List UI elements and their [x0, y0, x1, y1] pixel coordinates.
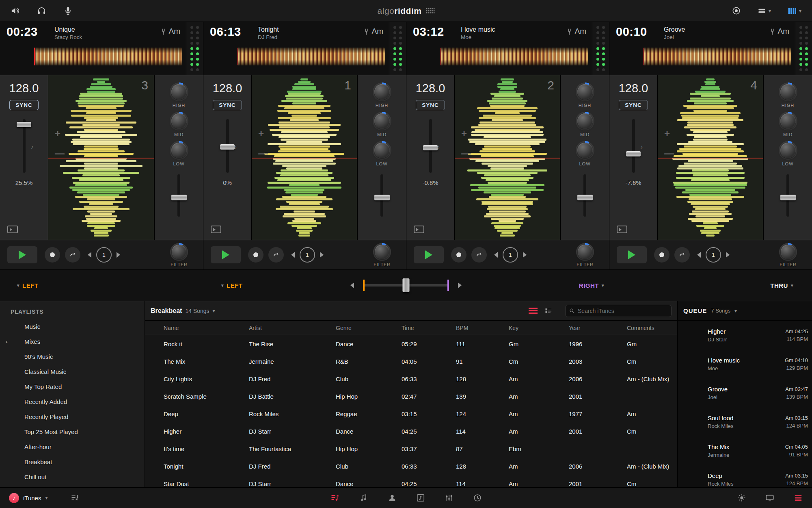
microphone-icon[interactable]	[63, 6, 73, 15]
queue-item[interactable]: ✓ Higher DJ Starr Am 04:25 114 BPM	[678, 321, 812, 350]
volume-fader-handle[interactable]	[780, 195, 796, 200]
loop-halve-button[interactable]	[88, 252, 91, 258]
load-track-icon[interactable]	[414, 226, 424, 233]
column-key[interactable]: Key	[509, 325, 569, 331]
sync-button[interactable]: SYNC	[416, 100, 445, 110]
loop-button[interactable]: 1	[300, 247, 315, 263]
deck-overview-waveform[interactable]	[644, 48, 791, 65]
loop-double-button[interactable]	[523, 252, 527, 258]
loop-double-button[interactable]	[320, 252, 324, 258]
automix-queue-icon[interactable]	[70, 494, 80, 502]
loop-halve-button[interactable]	[494, 252, 498, 258]
play-button[interactable]	[617, 246, 647, 263]
history-view-icon[interactable]	[473, 493, 482, 502]
filter-knob[interactable]	[373, 243, 391, 261]
search-box[interactable]	[565, 305, 672, 317]
headphones-icon[interactable]	[37, 6, 46, 15]
sidebar-playlist-item[interactable]: Recently Added	[0, 394, 145, 409]
zoom-out-icon[interactable]: —	[258, 148, 268, 159]
loop-double-button[interactable]	[726, 252, 730, 258]
eq-high-knob[interactable]	[576, 82, 594, 101]
deck-output-selector-thru[interactable]: THRU▾	[770, 282, 793, 289]
load-track-icon[interactable]	[7, 226, 18, 233]
table-row[interactable]: ✓ Scratch Sample DJ Battle Hip Hop 02:47…	[145, 388, 677, 405]
cue-set-button[interactable]	[45, 247, 60, 263]
eq-mid-knob[interactable]	[779, 112, 797, 130]
deck-view-selector-icon[interactable]: ▾	[787, 6, 801, 16]
crossfader-handle[interactable]	[403, 278, 410, 292]
loop-button[interactable]: 1	[96, 247, 112, 263]
playlists-view-icon[interactable]	[330, 493, 340, 503]
crossfader-left-arrow[interactable]	[350, 282, 354, 288]
expander-icon[interactable]: ▸	[4, 340, 10, 344]
column-bpm[interactable]: BPM	[456, 325, 509, 331]
sidebar-playlist-item[interactable]: ▸ Mixes	[0, 334, 145, 349]
column-time[interactable]: Time	[402, 325, 456, 331]
source-selector[interactable]: iTunes ▾	[9, 493, 80, 503]
crossfader-right-arrow[interactable]	[458, 282, 462, 288]
record-icon[interactable]	[732, 6, 741, 15]
pitch-slider[interactable]: ♪	[23, 119, 26, 173]
eq-high-knob[interactable]	[373, 82, 391, 101]
zoom-in-icon[interactable]: +	[258, 128, 264, 139]
queue-item[interactable]: ✓ I love music Moe Gm 04:10 129 BPM	[678, 350, 812, 378]
eq-mid-knob[interactable]	[576, 112, 594, 130]
column-year[interactable]: Year	[569, 325, 627, 331]
zoom-in-icon[interactable]: +	[461, 128, 467, 139]
queue-toggle-icon[interactable]	[793, 493, 803, 502]
deck-waveform[interactable]: + — 2	[454, 75, 560, 240]
volume-fader[interactable]	[380, 174, 383, 217]
play-button[interactable]	[414, 246, 444, 263]
play-button[interactable]	[211, 246, 241, 263]
cue-jump-button[interactable]	[471, 247, 487, 263]
sidebar-playlist-item[interactable]: Chill out	[0, 469, 145, 484]
queue-item[interactable]: ✓ The Mix Jermaine Cm 04:05 91 BPM	[678, 436, 812, 465]
songs-view-icon[interactable]	[359, 493, 368, 502]
caret-down-icon[interactable]: ▾	[213, 308, 215, 314]
table-row[interactable]: ✓ Deep Rock Miles Reggae 03:15 124 Am 19…	[145, 405, 677, 423]
cue-jump-button[interactable]	[268, 247, 284, 263]
zoom-out-icon[interactable]: —	[664, 148, 674, 159]
pitch-slider-handle[interactable]	[626, 151, 641, 156]
deck-output-selector-left-b[interactable]: ▾LEFT	[221, 282, 243, 289]
eq-low-knob[interactable]	[170, 141, 188, 160]
column-artist[interactable]: Artist	[249, 325, 336, 331]
zoom-out-icon[interactable]: —	[55, 148, 65, 159]
queue-item[interactable]: ✓ Deep Rock Miles Am 03:15 124 BPM	[678, 465, 812, 487]
sidebar-playlist-item[interactable]: Top 25 Most Played	[0, 424, 145, 439]
column-comments[interactable]: Comments	[627, 325, 677, 331]
zoom-out-icon[interactable]: —	[461, 148, 471, 159]
sync-button[interactable]: SYNC	[619, 100, 648, 110]
table-row[interactable]: ✓ Higher DJ Starr Dance 04:25 114 Am 200…	[145, 423, 677, 440]
table-row[interactable]: ✓ It's time The Fourtastica Hip Hop 03:3…	[145, 440, 677, 458]
cue-set-button[interactable]	[248, 247, 263, 263]
sync-button[interactable]: SYNC	[9, 100, 39, 110]
table-row[interactable]: ✓ Rock it The Rise Dance 05:29 111 Gm 19…	[145, 335, 677, 353]
pitch-slider-handle[interactable]	[220, 144, 235, 150]
cue-jump-button[interactable]	[674, 247, 690, 263]
sidebar-playlist-item[interactable]: After-hour	[0, 439, 145, 454]
layout-selector-icon[interactable]: ▾	[757, 6, 771, 15]
artists-view-icon[interactable]	[388, 493, 397, 502]
loop-halve-button[interactable]	[291, 252, 295, 258]
deck-overview-waveform[interactable]	[238, 48, 385, 65]
volume-fader-handle[interactable]	[577, 195, 593, 200]
caret-down-icon[interactable]: ▾	[734, 308, 737, 314]
search-input[interactable]	[578, 308, 668, 314]
zoom-in-icon[interactable]: +	[664, 128, 670, 139]
table-row[interactable]: ✓ City Lights DJ Fred Club 06:33 128 Am …	[145, 370, 677, 388]
filter-knob[interactable]	[170, 243, 188, 261]
eq-mid-knob[interactable]	[373, 112, 391, 130]
crossfader-track[interactable]	[363, 284, 449, 287]
cue-jump-button[interactable]	[65, 247, 80, 263]
list-view-icon[interactable]	[529, 308, 538, 314]
sidebar-playlist-item[interactable]: Recently Played	[0, 409, 145, 424]
volume-fader-handle[interactable]	[374, 195, 390, 200]
volume-fader-handle[interactable]	[171, 195, 187, 200]
deck-overview-waveform[interactable]	[441, 48, 588, 65]
eq-low-knob[interactable]	[576, 141, 594, 160]
cue-set-button[interactable]	[451, 247, 466, 263]
pitch-slider[interactable]: ♪	[226, 119, 229, 173]
eq-high-knob[interactable]	[170, 82, 188, 101]
low-light-mode-icon[interactable]	[737, 493, 746, 502]
